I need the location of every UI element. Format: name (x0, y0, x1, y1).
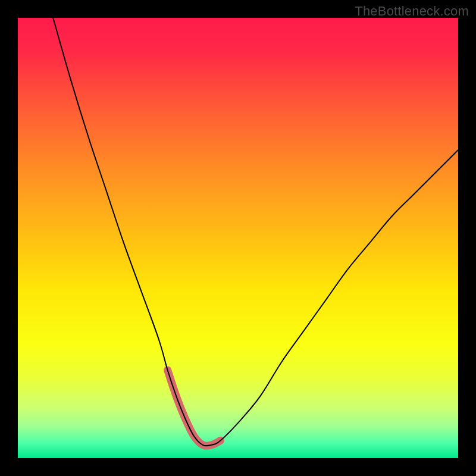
bottleneck-curve (53, 18, 458, 446)
outer-frame: TheBottleneck.com (0, 0, 476, 476)
watermark-text: TheBottleneck.com (355, 4, 469, 19)
plot-area (18, 18, 458, 458)
optimal-range-highlight (168, 370, 221, 446)
curve-layer (18, 18, 458, 458)
